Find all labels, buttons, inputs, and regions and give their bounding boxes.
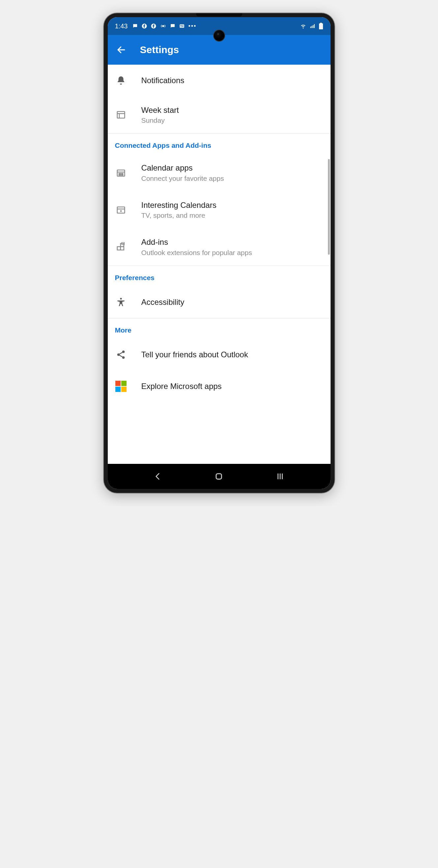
broadcast-icon (160, 23, 166, 29)
item-title: Week start (141, 105, 179, 115)
share-icon (115, 349, 127, 361)
svg-rect-31 (120, 243, 124, 246)
news-icon (179, 23, 185, 29)
item-subtitle: Outlook extensions for popular apps (141, 248, 252, 257)
nav-home-button[interactable] (206, 470, 232, 483)
message-icon (170, 23, 176, 29)
svg-point-21 (119, 173, 120, 174)
settings-item-explore-microsoft[interactable]: Explore Microsoft apps (108, 371, 331, 402)
phone-frame: 1:43 ••• (104, 13, 335, 493)
microsoft-logo-icon (115, 380, 127, 392)
svg-rect-9 (311, 26, 312, 28)
item-title: Accessibility (141, 297, 184, 307)
status-time: 1:43 (115, 23, 128, 30)
svg-rect-11 (314, 24, 314, 28)
item-subtitle: Connect your favorite apps (141, 174, 224, 183)
status-right (300, 23, 323, 29)
scrollbar[interactable] (328, 159, 330, 255)
facebook-icon (141, 23, 147, 29)
nav-back-button[interactable] (145, 470, 171, 483)
svg-rect-5 (182, 25, 183, 25)
svg-rect-37 (216, 474, 222, 479)
settings-item-notifications[interactable]: Notifications (108, 65, 331, 96)
svg-point-33 (120, 298, 122, 300)
wifi-icon (300, 23, 307, 29)
svg-rect-30 (120, 246, 124, 250)
calendar-week-icon (115, 109, 127, 121)
svg-rect-29 (117, 246, 120, 250)
addins-icon (115, 241, 127, 253)
svg-rect-4 (180, 25, 182, 26)
screen: 1:43 ••• (108, 17, 331, 489)
settings-item-interesting-calendars[interactable]: Interesting Calendars TV, sports, and mo… (108, 191, 331, 228)
item-title: Add-ins (141, 237, 252, 247)
chat-icon (132, 23, 138, 29)
item-title: Notifications (141, 75, 184, 86)
svg-point-34 (122, 350, 125, 353)
calendar-apps-icon (115, 167, 127, 179)
bell-icon (115, 74, 127, 87)
settings-content[interactable]: Notifications Week start Sunday Connecte… (108, 65, 331, 464)
item-subtitle: TV, sports, and more (141, 211, 216, 220)
svg-point-25 (120, 175, 121, 176)
page-title: Settings (140, 44, 179, 55)
battery-icon (319, 23, 323, 29)
item-title: Calendar apps (141, 163, 224, 173)
android-nav-bar (108, 464, 331, 489)
svg-point-36 (122, 356, 125, 359)
settings-item-week-start[interactable]: Week start Sunday (108, 96, 331, 133)
section-header-preferences: Preferences (108, 266, 331, 286)
svg-point-35 (117, 353, 120, 356)
more-icon: ••• (188, 23, 196, 30)
item-title: Explore Microsoft apps (141, 381, 222, 391)
section-header-connected: Connected Apps and Add-ins (108, 134, 331, 154)
status-left: 1:43 ••• (115, 23, 197, 30)
svg-point-26 (122, 175, 123, 176)
svg-rect-10 (313, 25, 313, 28)
svg-rect-6 (182, 26, 183, 26)
settings-item-calendar-apps[interactable]: Calendar apps Connect your favorite apps (108, 154, 331, 191)
signal-icon (309, 23, 316, 29)
star-calendar-icon (115, 204, 127, 216)
svg-rect-3 (180, 24, 184, 28)
facebook-icon (150, 23, 157, 29)
svg-point-24 (119, 175, 120, 176)
svg-rect-8 (310, 27, 311, 28)
camera-notch (213, 30, 225, 41)
item-title: Tell your friends about Outlook (141, 349, 248, 360)
settings-item-add-ins[interactable]: Add-ins Outlook extensions for popular a… (108, 228, 331, 265)
svg-rect-12 (320, 23, 322, 24)
svg-point-2 (163, 25, 164, 27)
accessibility-icon (115, 296, 127, 308)
svg-rect-7 (180, 27, 183, 27)
svg-point-23 (122, 173, 123, 174)
item-subtitle: Sunday (141, 116, 179, 125)
section-header-more: More (108, 318, 331, 339)
back-button[interactable] (116, 44, 127, 55)
svg-rect-16 (117, 112, 125, 118)
settings-item-accessibility[interactable]: Accessibility (108, 286, 331, 318)
nav-recents-button[interactable] (267, 470, 293, 483)
svg-point-22 (120, 173, 121, 174)
settings-item-tell-friends[interactable]: Tell your friends about Outlook (108, 339, 331, 371)
item-title: Interesting Calendars (141, 200, 216, 210)
